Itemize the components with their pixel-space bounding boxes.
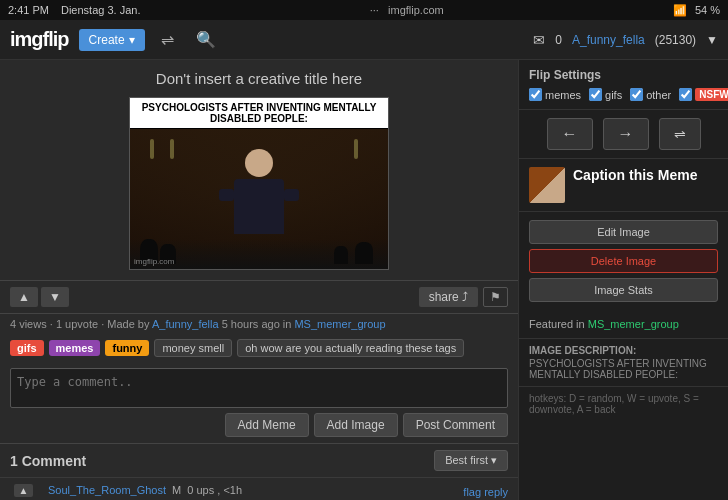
left-arm <box>219 189 234 201</box>
commenter-username[interactable]: Soul_The_Room_Ghost <box>48 484 166 496</box>
flip-settings: Flip Settings memes gifs other NSFW <box>519 60 728 110</box>
sep1: · <box>50 318 53 330</box>
top-bar: 2:41 PM Dienstag 3. Jan. ··· imgflip.com… <box>0 0 728 20</box>
post-group-link[interactable]: MS_memer_group <box>294 318 385 330</box>
gifs-checkbox[interactable] <box>589 88 602 101</box>
flip-nav: ← → ⇌ <box>519 110 728 159</box>
tag-reading-tags[interactable]: oh wow are you actually reading these ta… <box>237 339 464 357</box>
tag-memes[interactable]: memes <box>49 340 101 356</box>
comment-meta: Soul_The_Room_Ghost M 0 ups , <1h <box>48 484 455 496</box>
shuffle-button[interactable]: ⇌ <box>155 28 180 51</box>
flag-button[interactable]: ⚑ <box>483 287 508 307</box>
post-author-link[interactable]: A_funny_fella <box>152 318 219 330</box>
comment-item: ▲ 🌿 Soul_The_Room_Ghost M 0 ups , <1h Th… <box>0 477 518 500</box>
caption-section: Caption this Meme <box>519 159 728 212</box>
meme-figure <box>219 149 299 249</box>
meme-image: PSYCHOLOGISTS AFTER INVENTING MENTALLY D… <box>129 97 389 270</box>
wifi-icon: 📶 <box>673 4 687 17</box>
caption-avatar <box>529 167 565 203</box>
user-points: (25130) <box>655 33 696 47</box>
made-by-text: Made by <box>107 318 149 330</box>
view-count: 4 views <box>10 318 47 330</box>
add-meme-button[interactable]: Add Meme <box>225 413 309 437</box>
comment-content: Soul_The_Room_Ghost M 0 ups , <1h They m… <box>48 484 455 500</box>
caption-title[interactable]: Caption this Meme <box>573 167 697 183</box>
add-image-button[interactable]: Add Image <box>314 413 398 437</box>
post-title: Don't insert a creative title here <box>0 60 518 97</box>
commenter-gender: M <box>172 484 181 496</box>
meme-arms <box>219 189 299 204</box>
search-button[interactable]: 🔍 <box>190 28 222 51</box>
shuffle-icon: ⇌ <box>161 31 174 48</box>
upvote-button[interactable]: ▲ <box>10 287 38 307</box>
flip-settings-checks: memes gifs other NSFW <box>529 88 718 101</box>
create-button[interactable]: Create ▾ <box>79 29 145 51</box>
notification-count: 0 <box>555 33 562 47</box>
edit-image-button[interactable]: Edit Image <box>529 220 718 244</box>
share-label: share <box>429 290 459 304</box>
nav-right: ✉ 0 A_funny_fella (25130) ▼ <box>533 32 718 48</box>
comment-upvote[interactable]: ▲ <box>14 484 34 497</box>
left-panel: Don't insert a creative title here PSYCH… <box>0 60 518 500</box>
flag-icon: ⚑ <box>490 290 501 304</box>
meme-caption-text: PSYCHOLOGISTS AFTER INVENTING MENTALLY D… <box>130 98 388 129</box>
meme-body <box>234 179 284 234</box>
chevron-down-icon: ▾ <box>129 33 135 47</box>
caption-text-area: Caption this Meme <box>573 167 697 187</box>
check-nsfw[interactable]: NSFW <box>679 88 728 101</box>
time-ago: 5 hours ago <box>222 318 280 330</box>
main-layout: Don't insert a creative title here PSYCH… <box>0 60 728 500</box>
top-bar-left: 2:41 PM Dienstag 3. Jan. <box>8 4 140 16</box>
top-bar-right: 📶 54 % <box>673 4 720 17</box>
date: Dienstag 3. Jan. <box>61 4 141 16</box>
check-other[interactable]: other <box>630 88 671 101</box>
memes-check-label: memes <box>545 89 581 101</box>
other-checkbox[interactable] <box>630 88 643 101</box>
username-nav[interactable]: A_funny_fella <box>572 33 645 47</box>
image-stats-button[interactable]: Image Stats <box>529 278 718 302</box>
user-dropdown-icon[interactable]: ▼ <box>706 33 718 47</box>
next-button[interactable]: → <box>603 118 649 150</box>
memes-checkbox[interactable] <box>529 88 542 101</box>
other-check-label: other <box>646 89 671 101</box>
tag-funny[interactable]: funny <box>105 340 149 356</box>
logo: imgflip <box>10 28 69 51</box>
shuffle-flip-button[interactable]: ⇌ <box>659 118 701 150</box>
meme-video-area: imgflip.com <box>130 129 388 269</box>
prev-button[interactable]: ← <box>547 118 593 150</box>
image-description: IMAGE DESCRIPTION: PSYCHOLOGISTS AFTER I… <box>519 339 728 387</box>
comment-time: <1h <box>223 484 242 496</box>
check-gifs[interactable]: gifs <box>589 88 622 101</box>
check-memes[interactable]: memes <box>529 88 581 101</box>
sort-button[interactable]: Best first ▾ <box>434 450 508 471</box>
downvote-button[interactable]: ▼ <box>41 287 69 307</box>
sep2: · <box>101 318 104 330</box>
share-button[interactable]: share ⤴ <box>419 287 478 307</box>
hotkeys: hotkeys: D = random, W = upvote, S = dow… <box>519 387 728 421</box>
nav-bar: imgflip Create ▾ ⇌ 🔍 ✉ 0 A_funny_fella (… <box>0 20 728 60</box>
delete-image-button[interactable]: Delete Image <box>529 249 718 273</box>
upvote-count: 1 upvote <box>56 318 98 330</box>
comments-header: 1 Comment Best first ▾ <box>0 443 518 477</box>
featured-section: Featured in MS_memer_group <box>519 310 728 339</box>
tag-gifs[interactable]: gifs <box>10 340 44 356</box>
url-bar: ··· imgflip.com <box>370 4 444 16</box>
image-desc-text: PSYCHOLOGISTS AFTER INVENTING MENTALLY D… <box>529 358 718 380</box>
right-panel: Flip Settings memes gifs other NSFW <box>518 60 728 500</box>
caption-avatar-img <box>529 167 565 203</box>
featured-group-link[interactable]: MS_memer_group <box>588 318 679 330</box>
featured-text: Featured in <box>529 318 585 330</box>
commenter-points: 0 ups <box>187 484 214 496</box>
nsfw-label: NSFW <box>695 88 728 101</box>
comment-buttons: Add Meme Add Image Post Comment <box>10 413 508 437</box>
flag-reply-link[interactable]: flag reply <box>463 484 508 500</box>
right-buttons: Edit Image Delete Image Image Stats <box>519 212 728 310</box>
mail-icon[interactable]: ✉ <box>533 32 545 48</box>
post-comment-button[interactable]: Post Comment <box>403 413 508 437</box>
comment-input[interactable] <box>10 368 508 408</box>
tag-money-smell[interactable]: money smell <box>154 339 232 357</box>
flip-settings-title: Flip Settings <box>529 68 718 82</box>
ellipsis: ··· <box>370 4 379 16</box>
nsfw-checkbox[interactable] <box>679 88 692 101</box>
search-icon: 🔍 <box>196 31 216 48</box>
